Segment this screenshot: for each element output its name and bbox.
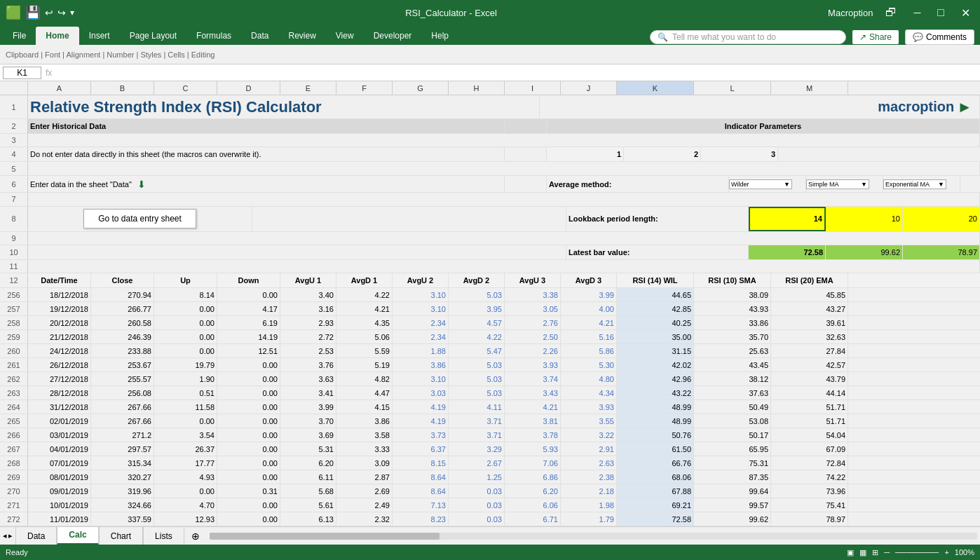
cell-avgd3[interactable]: 1.79 <box>561 512 617 526</box>
tab-help[interactable]: Help <box>421 27 458 45</box>
cell-close[interactable]: 297.57 <box>91 442 154 456</box>
cell-period3[interactable]: 20 <box>903 207 980 231</box>
sheet-tab-calc[interactable]: Calc <box>57 527 98 545</box>
method1-dropdown[interactable]: Wilder ▼ <box>729 179 792 189</box>
cell-rsi2[interactable]: 33.86 <box>694 316 771 329</box>
col-header-k[interactable]: K <box>617 81 694 95</box>
cell-up[interactable]: 26.37 <box>154 442 217 456</box>
cell-date[interactable]: 11/01/2019 <box>28 512 91 526</box>
cell-avgu2[interactable]: 6.37 <box>393 442 449 456</box>
cell-close[interactable]: 246.39 <box>91 330 154 343</box>
cell-avgd3[interactable]: 5.86 <box>561 344 617 357</box>
cell-close[interactable]: 266.77 <box>91 302 154 315</box>
cell-close[interactable]: 267.66 <box>91 400 154 414</box>
cell-avgu1[interactable]: 6.13 <box>280 512 336 526</box>
cell-avgu3[interactable]: 6.71 <box>505 512 561 526</box>
cell-avgu1[interactable]: 3.16 <box>280 302 336 315</box>
cell-avgd1[interactable]: 4.22 <box>336 288 393 301</box>
cell-rsi2[interactable]: 35.70 <box>694 330 771 343</box>
cell-rsi1[interactable]: 72.58 <box>617 512 694 526</box>
cell-avgu2[interactable]: 2.34 <box>393 316 449 329</box>
cell-avgd2[interactable]: 3.71 <box>449 414 505 428</box>
cell-avgu2[interactable]: 3.86 <box>393 358 449 371</box>
cell-avgu1[interactable]: 6.20 <box>280 456 336 470</box>
cell-up[interactable]: 3.54 <box>154 428 217 442</box>
cell-avgu3[interactable]: 2.26 <box>505 344 561 357</box>
cell-down[interactable]: 6.19 <box>217 316 280 329</box>
cell-avgd1[interactable]: 5.06 <box>336 330 393 343</box>
cell-date[interactable]: 09/01/2019 <box>28 484 91 498</box>
cell-rsi3[interactable]: 43.27 <box>771 302 848 315</box>
zoom-in-icon[interactable]: + <box>944 548 948 556</box>
cell-date[interactable]: 10/01/2019 <box>28 498 91 512</box>
cell-avgd3[interactable]: 1.98 <box>561 498 617 512</box>
cell-avgu1[interactable]: 2.53 <box>280 344 336 357</box>
close-icon[interactable]: ✕ <box>957 5 974 21</box>
cell-avgd1[interactable]: 4.15 <box>336 400 393 414</box>
cell-rsi3[interactable]: 27.84 <box>771 344 848 357</box>
cell-up[interactable]: 1.90 <box>154 372 217 385</box>
cell-avgu3[interactable]: 6.06 <box>505 498 561 512</box>
cell-down[interactable]: 0.00 <box>217 456 280 470</box>
cell-date[interactable]: 04/01/2019 <box>28 442 91 456</box>
cell-rsi1[interactable]: 42.96 <box>617 372 694 385</box>
cell-rsi3[interactable]: 44.14 <box>771 386 848 399</box>
cell-rsi1[interactable]: 48.99 <box>617 414 694 428</box>
cell-avgd2[interactable]: 0.03 <box>449 484 505 498</box>
cell-down[interactable]: 0.00 <box>217 512 280 526</box>
cell-avgd1[interactable]: 3.86 <box>336 414 393 428</box>
cell-date[interactable]: 18/12/2018 <box>28 288 91 301</box>
cell-date[interactable]: 31/12/2018 <box>28 400 91 414</box>
tab-data[interactable]: Data <box>241 27 278 45</box>
minimize-icon[interactable]: ─ <box>909 6 925 20</box>
cell-avgu1[interactable]: 2.72 <box>280 330 336 343</box>
cell-rsi3[interactable]: 51.71 <box>771 400 848 414</box>
cell-avgd2[interactable]: 3.29 <box>449 442 505 456</box>
cell-rsi2[interactable]: 99.64 <box>694 484 771 498</box>
normal-view-icon[interactable]: ▣ <box>847 548 854 557</box>
cell-avgu1[interactable]: 3.99 <box>280 400 336 414</box>
cell-down[interactable]: 0.00 <box>217 428 280 442</box>
cell-avgd3[interactable]: 5.16 <box>561 330 617 343</box>
cell-rsi1[interactable]: 42.02 <box>617 358 694 371</box>
tab-developer[interactable]: Developer <box>364 27 422 45</box>
cell-avgd2[interactable]: 0.03 <box>449 498 505 512</box>
col-header-l[interactable]: L <box>694 81 771 95</box>
col-header-h[interactable]: H <box>449 81 505 95</box>
col-header-i[interactable]: I <box>505 81 561 95</box>
cell-avgd1[interactable]: 4.21 <box>336 302 393 315</box>
cell-rsi1[interactable]: 68.06 <box>617 470 694 484</box>
cell-rsi2[interactable]: 43.93 <box>694 302 771 315</box>
cell-rsi2[interactable]: 25.63 <box>694 344 771 357</box>
cell-date[interactable]: 07/01/2019 <box>28 456 91 470</box>
cell-up[interactable]: 0.00 <box>154 330 217 343</box>
maximize-icon[interactable]: □ <box>933 5 948 20</box>
go-to-data-button[interactable]: Go to data entry sheet <box>83 209 196 228</box>
cell-avgu3[interactable]: 5.93 <box>505 442 561 456</box>
cell-avgd3[interactable]: 2.38 <box>561 470 617 484</box>
cell-avgd2[interactable]: 5.47 <box>449 344 505 357</box>
cell-avgu1[interactable]: 3.70 <box>280 414 336 428</box>
scroll-right-icon[interactable]: ▸ <box>8 531 13 540</box>
cell-avgu3[interactable]: 6.20 <box>505 484 561 498</box>
cell-rsi3[interactable]: 51.71 <box>771 414 848 428</box>
cell-up[interactable]: 11.58 <box>154 400 217 414</box>
cell-close[interactable]: 270.94 <box>91 288 154 301</box>
undo-icon[interactable]: ↩ <box>45 7 53 18</box>
cell-avgd1[interactable]: 3.58 <box>336 428 393 442</box>
cell-avgu2[interactable]: 3.73 <box>393 428 449 442</box>
cell-rsi3[interactable]: 78.97 <box>771 512 848 526</box>
cell-avgu1[interactable]: 3.40 <box>280 288 336 301</box>
cell-avgu3[interactable]: 2.76 <box>505 316 561 329</box>
sheet-tab-lists[interactable]: Lists <box>143 527 184 545</box>
cell-rsi2[interactable]: 87.35 <box>694 470 771 484</box>
cell-avgu3[interactable]: 3.74 <box>505 372 561 385</box>
cell-up[interactable]: 19.79 <box>154 358 217 371</box>
scroll-left-icon[interactable]: ◂ <box>3 531 7 540</box>
cell-up[interactable]: 0.00 <box>154 414 217 428</box>
cell-avgu2[interactable]: 3.10 <box>393 288 449 301</box>
cell-rsi2[interactable]: 50.17 <box>694 428 771 442</box>
cell-avgd1[interactable]: 2.87 <box>336 470 393 484</box>
cell-rsi2[interactable]: 43.45 <box>694 358 771 371</box>
cell-a1[interactable]: Relative Strength Index (RSI) Calculator <box>28 95 540 118</box>
